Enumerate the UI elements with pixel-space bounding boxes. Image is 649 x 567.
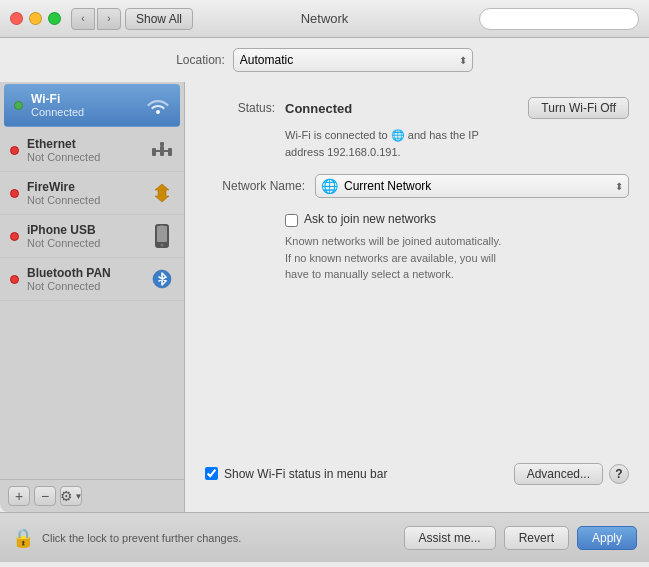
wifi-status-dot — [14, 101, 23, 110]
location-label: Location: — [176, 53, 225, 67]
show-wifi-checkbox[interactable] — [205, 467, 218, 480]
wifi-info: Wi-Fi Connected — [31, 92, 138, 118]
ethernet-info: Ethernet Not Connected — [27, 137, 142, 163]
status-label: Status: — [205, 101, 275, 115]
apply-button[interactable]: Apply — [577, 526, 637, 550]
maximize-button[interactable] — [48, 12, 61, 25]
svg-rect-8 — [160, 225, 164, 226]
lock-icon[interactable]: 🔒 — [12, 527, 34, 549]
firewire-info: FireWire Not Connected — [27, 180, 142, 206]
wifi-status: Connected — [31, 106, 138, 118]
iphone-usb-name: iPhone USB — [27, 223, 142, 237]
footer-bar: 🔒 Click the lock to prevent further chan… — [0, 512, 649, 562]
back-button[interactable]: ‹ — [71, 8, 95, 30]
network-name-row: Network Name: 🌐 Current Network ⬍ — [205, 174, 629, 198]
wifi-icon — [146, 93, 170, 117]
svg-rect-3 — [154, 150, 170, 152]
iphone-usb-status: Not Connected — [27, 237, 142, 249]
firewire-name: FireWire — [27, 180, 142, 194]
bluetooth-status-dot — [10, 275, 19, 284]
revert-button[interactable]: Revert — [504, 526, 569, 550]
nav-buttons: ‹ › — [71, 8, 121, 30]
gear-arrow-icon: ▼ — [75, 492, 83, 501]
sidebar-item-iphone-usb[interactable]: iPhone USB Not Connected — [0, 215, 184, 258]
status-row: Status: Connected Turn Wi-Fi Off — [205, 97, 629, 119]
bluetooth-pan-info: Bluetooth PAN Not Connected — [27, 266, 142, 292]
iphone-usb-info: iPhone USB Not Connected — [27, 223, 142, 249]
location-select-wrapper: Automatic Home Work Edit Locations... ⬍ — [233, 48, 473, 72]
bluetooth-pan-name: Bluetooth PAN — [27, 266, 142, 280]
svg-rect-6 — [157, 226, 167, 242]
ethernet-status-dot — [10, 146, 19, 155]
location-bar: Location: Automatic Home Work Edit Locat… — [0, 38, 649, 82]
show-wifi-left: Show Wi-Fi status in menu bar — [205, 467, 387, 481]
lock-text: Click the lock to prevent further change… — [42, 532, 396, 544]
bluetooth-pan-status: Not Connected — [27, 280, 142, 292]
firewire-status-dot — [10, 189, 19, 198]
title-bar: ‹ › Show All Network 🔍 — [0, 0, 649, 38]
network-settings-button[interactable]: ⚙ ▼ — [60, 486, 82, 506]
iphone-status-dot — [10, 232, 19, 241]
wifi-name: Wi-Fi — [31, 92, 138, 106]
ethernet-icon — [150, 138, 174, 162]
ethernet-status: Not Connected — [27, 151, 142, 163]
sidebar-item-ethernet[interactable]: Ethernet Not Connected — [0, 129, 184, 172]
show-wifi-row: Show Wi-Fi status in menu bar Advanced..… — [205, 463, 629, 485]
turn-wifi-off-button[interactable]: Turn Wi-Fi Off — [528, 97, 629, 119]
search-wrapper: 🔍 — [479, 8, 639, 30]
status-description: Wi-Fi is connected to 🌐 and has the IPad… — [285, 127, 629, 160]
ask-to-join-description: Known networks will be joined automatica… — [285, 233, 629, 283]
sidebar-list: Wi-Fi Connected Ethernet Not Connected — [0, 82, 184, 479]
svg-rect-4 — [160, 142, 164, 146]
close-button[interactable] — [10, 12, 23, 25]
minimize-button[interactable] — [29, 12, 42, 25]
network-name-select-wrapper: 🌐 Current Network ⬍ — [315, 174, 629, 198]
remove-network-button[interactable]: − — [34, 486, 56, 506]
show-wifi-label[interactable]: Show Wi-Fi status in menu bar — [224, 467, 387, 481]
assist-me-button[interactable]: Assist me... — [404, 526, 496, 550]
ask-to-join-label[interactable]: Ask to join new networks — [304, 212, 436, 226]
traffic-lights — [10, 12, 61, 25]
firewire-status: Not Connected — [27, 194, 142, 206]
ethernet-name: Ethernet — [27, 137, 142, 151]
sidebar: Wi-Fi Connected Ethernet Not Connected — [0, 82, 185, 512]
sidebar-footer: + − ⚙ ▼ — [0, 479, 184, 512]
network-name-label: Network Name: — [205, 179, 305, 193]
sidebar-item-bluetooth[interactable]: Bluetooth PAN Not Connected — [0, 258, 184, 301]
advanced-button[interactable]: Advanced... — [514, 463, 603, 485]
show-all-button[interactable]: Show All — [125, 8, 193, 30]
add-network-button[interactable]: + — [8, 486, 30, 506]
svg-point-7 — [161, 244, 164, 247]
ask-to-join-row: Ask to join new networks — [285, 212, 629, 227]
forward-button[interactable]: › — [97, 8, 121, 30]
main-content: Wi-Fi Connected Ethernet Not Connected — [0, 82, 649, 512]
gear-icon: ⚙ — [60, 488, 73, 504]
help-button[interactable]: ? — [609, 464, 629, 484]
sidebar-item-wifi[interactable]: Wi-Fi Connected — [4, 84, 180, 127]
detail-panel: Status: Connected Turn Wi-Fi Off Wi-Fi i… — [185, 82, 649, 512]
search-input[interactable] — [479, 8, 639, 30]
ask-to-join-checkbox[interactable] — [285, 214, 298, 227]
window-title: Network — [301, 11, 349, 26]
bluetooth-icon — [150, 267, 174, 291]
sidebar-item-firewire[interactable]: FireWire Not Connected — [0, 172, 184, 215]
firewire-icon — [150, 181, 174, 205]
status-value: Connected — [285, 101, 352, 116]
iphone-icon — [150, 224, 174, 248]
network-name-select[interactable]: Current Network — [315, 174, 629, 198]
location-select[interactable]: Automatic Home Work Edit Locations... — [233, 48, 473, 72]
